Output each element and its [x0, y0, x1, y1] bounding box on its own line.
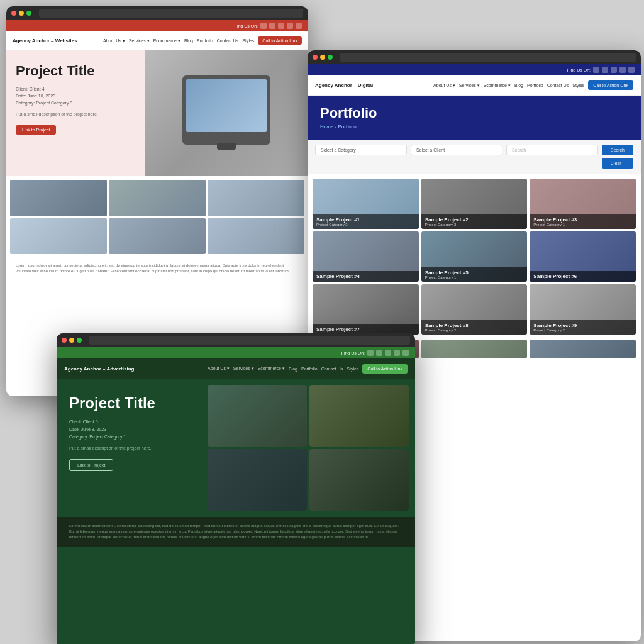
youtube-icon[interactable] — [296, 23, 302, 29]
yt-icon-3[interactable] — [402, 350, 409, 356]
hero-meta-1: Client: Client 4 Date: June 10, 2023 Cat… — [16, 86, 135, 107]
nav-aboutus-1[interactable]: About Us ▾ — [103, 38, 125, 43]
nav-aboutus-3[interactable]: About Us ▾ — [208, 366, 230, 371]
project-name-3: Sample Project #3 — [533, 217, 632, 223]
nav-styles-1[interactable]: Styles — [242, 38, 254, 43]
portfolio-item-9[interactable]: Sample Project #9 Project Category 2 — [530, 284, 636, 335]
portfolio-label-3: Sample Project #3 Project Category 1 — [530, 214, 636, 229]
minimize-button[interactable] — [19, 11, 24, 16]
max-btn-3[interactable] — [77, 338, 82, 343]
green-hero-btn[interactable]: Link to Project — [69, 459, 113, 471]
nav-services-1[interactable]: Services ▾ — [129, 38, 150, 43]
portfolio-thumb-2: Sample Project #2 Project Category 2 — [421, 179, 528, 229]
fb-icon-3[interactable] — [367, 350, 374, 356]
nav-ecommerce-2[interactable]: Ecommerce ▾ — [484, 83, 511, 88]
url-bar-3[interactable] — [89, 336, 410, 345]
linkedin-icon[interactable] — [287, 23, 293, 29]
portfolio-item-7[interactable]: Sample Project #7 — [313, 284, 419, 335]
nav-blog-2[interactable]: Blog — [514, 83, 523, 87]
nav-blog-1[interactable]: Blog — [184, 38, 193, 43]
search-input[interactable]: Search — [506, 145, 598, 155]
green-hero-meta: Client: Client 5 Date: June 8, 2023 Cate… — [69, 418, 195, 441]
max-btn-2[interactable] — [328, 55, 333, 60]
portfolio-label-6: Sample Project #6 — [530, 271, 636, 282]
nav-services-2[interactable]: Services ▾ — [459, 83, 480, 88]
nav-services-3[interactable]: Services ▾ — [233, 366, 254, 371]
date-label: Date: June 10, 2023 — [16, 94, 55, 98]
portfolio-item-4[interactable]: Sample Project #4 — [313, 231, 419, 282]
close-btn-2[interactable] — [313, 55, 318, 60]
nav-portfolio-3[interactable]: Portfolio — [301, 367, 318, 371]
breadcrumb-current: Portfolio — [338, 124, 356, 130]
instagram-icon[interactable] — [278, 23, 284, 29]
nav-aboutus-2[interactable]: About Us ▾ — [433, 83, 455, 88]
url-bar-2[interactable] — [340, 53, 636, 62]
url-bar-1[interactable] — [39, 9, 303, 18]
nav-cta-3[interactable]: Call to Action Link — [362, 364, 408, 374]
project-name-9: Sample Project #9 — [533, 323, 632, 328]
yt-icon-2[interactable] — [628, 67, 635, 73]
close-btn-3[interactable] — [62, 338, 67, 343]
twitter-icon[interactable] — [269, 23, 275, 29]
lorem-section-1: Lorem ipsum dolor sit amet, consectetur … — [6, 258, 308, 279]
project-name-5: Sample Project #5 — [425, 270, 524, 275]
nav-contact-2[interactable]: Contact Us — [547, 83, 569, 87]
ig-icon-3[interactable] — [385, 350, 391, 356]
tw-icon-3[interactable] — [376, 350, 382, 356]
nav-contact-1[interactable]: Contact Us — [217, 38, 239, 43]
client-select[interactable]: Select a Client — [411, 145, 502, 155]
nav-portfolio-2[interactable]: Portfolio — [527, 83, 543, 87]
nav-ecommerce-1[interactable]: Ecommerce ▾ — [153, 38, 180, 43]
filter-right: Search Clear — [602, 145, 633, 169]
ghi-top — [208, 385, 409, 447]
nav-styles-3[interactable]: Styles — [347, 367, 358, 371]
hero-text-1: Project Title Client: Client 4 Date: Jun… — [6, 50, 145, 176]
li-icon-3[interactable] — [394, 350, 400, 356]
ghi-item-2 — [309, 385, 409, 447]
portfolio-item-3[interactable]: Sample Project #3 Project Category 1 — [530, 179, 636, 229]
portfolio-item-6[interactable]: Sample Project #6 — [530, 231, 636, 282]
portfolio-item-2[interactable]: Sample Project #2 Project Category 2 — [421, 179, 528, 229]
maximize-button[interactable] — [26, 11, 31, 16]
nav-styles-2[interactable]: Styles — [572, 83, 584, 87]
portfolio-item-8[interactable]: Sample Project #8 Project Category 2 — [421, 284, 528, 335]
close-button[interactable] — [11, 11, 16, 16]
findus-label-1: Find Us On: — [235, 24, 258, 28]
ghi-bottom — [208, 449, 409, 511]
nav-contact-3[interactable]: Contact Us — [321, 367, 343, 371]
min-btn-3[interactable] — [69, 338, 74, 343]
findus-label-2: Find Us On: — [567, 68, 591, 72]
clear-button[interactable]: Clear — [602, 158, 633, 169]
project-name-8: Sample Project #8 — [425, 323, 524, 328]
search-button[interactable]: Search — [602, 145, 633, 155]
browser-chrome-2 — [308, 50, 641, 64]
nav-blog-3[interactable]: Blog — [289, 367, 297, 371]
hero-btn-1[interactable]: Link to Project — [16, 125, 56, 135]
nav-ecommerce-3[interactable]: Ecommerce ▾ — [258, 366, 285, 371]
facebook-icon[interactable] — [260, 23, 267, 29]
nav-cta-2[interactable]: Call to Action Link — [588, 80, 633, 90]
browser-advertising: Find Us On: Agency Anchor – Advertising … — [57, 333, 415, 644]
fb-icon-2[interactable] — [593, 67, 599, 73]
nav-logo-2: Agency Anchor – Digital — [315, 82, 373, 88]
screenshot-wrapper: Find Us On: Agency Anchor – Websites Abo… — [0, 0, 644, 644]
portfolio-grid: Sample Project #1 Project Category 3 Sam… — [308, 174, 641, 340]
nav-cta-1[interactable]: Call to Action Link — [258, 36, 302, 45]
li-icon-2[interactable] — [619, 67, 626, 73]
portfolio-item-5[interactable]: Sample Project #5 Project Category 1 — [421, 231, 528, 282]
green-category-label: Category: Project Category 1 — [69, 435, 126, 439]
breadcrumb-home[interactable]: Home — [320, 124, 333, 130]
monitor-screen — [186, 79, 267, 132]
ghi-item-1 — [208, 385, 307, 447]
category-select[interactable]: Select a Category — [315, 145, 407, 155]
min-btn-2[interactable] — [320, 55, 325, 60]
portfolio-thumb-1: Sample Project #1 Project Category 3 — [313, 179, 419, 229]
ig-icon-2[interactable] — [611, 67, 617, 73]
nav-portfolio-1[interactable]: Portfolio — [197, 38, 213, 43]
project-cat-2: Project Category 2 — [425, 223, 524, 226]
portfolio-item-1[interactable]: Sample Project #1 Project Category 3 — [313, 179, 419, 229]
gallery-item-1 — [10, 180, 107, 216]
gallery-grid-1 — [6, 176, 308, 258]
tw-icon-2[interactable] — [602, 67, 608, 73]
ghi-item-3 — [208, 449, 307, 511]
